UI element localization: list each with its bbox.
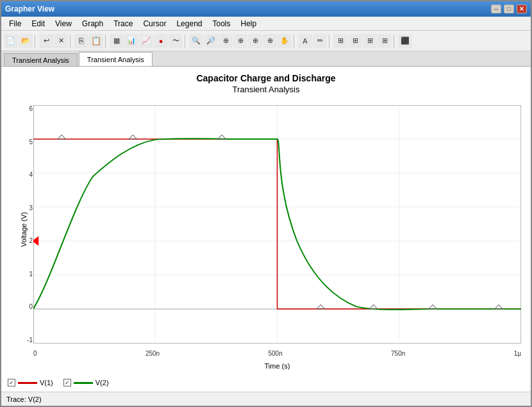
legend-v1-checkbox[interactable]: ✓	[8, 379, 15, 386]
tabs-bar: Transient Analysis Transient Analysis	[1, 51, 531, 67]
tb-export1[interactable]: ⊞	[333, 34, 347, 48]
status-bar: Trace: V(2)	[1, 392, 531, 406]
y-tick-4: 4	[29, 171, 33, 178]
tb-copy[interactable]: ⎘	[74, 34, 88, 48]
tab-1[interactable]: Transient Analysis	[4, 53, 78, 66]
legend-v2: ✓ V(2)	[63, 379, 109, 386]
status-text: Trace: V(2)	[6, 395, 42, 403]
y-tick-neg1: -1	[27, 336, 33, 344]
tb-zoom-fit[interactable]: ⊕	[219, 34, 233, 48]
y-axis-ticks: 6 5 4 3 2 1 0 -1	[10, 105, 33, 344]
minimize-button[interactable]: ─	[491, 4, 501, 13]
x-tick-750n: 750n	[391, 350, 405, 357]
y-tick-2: 2	[29, 237, 33, 244]
tb-export4[interactable]: ⊞	[378, 34, 392, 48]
x-tick-0: 0	[33, 350, 37, 357]
tb-sep3	[105, 35, 108, 47]
y-tick-0: 0	[29, 303, 33, 310]
tb-zoom-in[interactable]: 🔍	[189, 34, 203, 48]
menu-help[interactable]: Help	[236, 18, 262, 29]
close-button[interactable]: ✕	[517, 4, 527, 13]
y-tick-6: 6	[29, 105, 33, 112]
tb-export2[interactable]: ⊞	[348, 34, 362, 48]
legend-v2-line	[74, 382, 93, 384]
y-tick-3: 3	[29, 204, 33, 212]
tb-sep2	[70, 35, 72, 47]
tb-bar[interactable]: 📊	[124, 34, 138, 48]
tb-sep1	[35, 35, 37, 47]
tb-zoom2[interactable]: ⊕	[233, 34, 247, 48]
graph-area: Capacitor Charge and Discharge Transient…	[1, 67, 531, 392]
tb-export3[interactable]: ⊞	[363, 34, 377, 48]
tb-zoom-out[interactable]: 🔎	[204, 34, 218, 48]
tb-zoom3[interactable]: ⊕	[248, 34, 262, 48]
tb-zoom4[interactable]: ⊕	[263, 34, 277, 48]
legend-v2-checkbox[interactable]: ✓	[63, 379, 71, 386]
y-tick-5: 5	[29, 138, 33, 145]
tb-sep4	[185, 35, 187, 47]
x-axis-label: Time (s)	[33, 362, 521, 370]
tb-line[interactable]: 📈	[139, 34, 153, 48]
legend-area: ✓ V(1) ✓ V(2)	[8, 379, 109, 386]
tb-grid[interactable]: ▦	[110, 34, 124, 48]
main-window: Grapher View ─ □ ✕ File Edit View Graph …	[0, 0, 532, 407]
maximize-button[interactable]: □	[504, 4, 514, 13]
window-controls: ─ □ ✕	[491, 4, 527, 13]
menu-tools[interactable]: Tools	[207, 18, 235, 29]
menu-edit[interactable]: Edit	[26, 18, 50, 29]
plot-svg	[33, 105, 521, 344]
menu-bar: File Edit View Graph Trace Cursor Legend…	[1, 17, 531, 31]
x-tick-500n: 500n	[268, 350, 282, 357]
toolbar: 📄 📂 ↩ ✕ ⎘ 📋 ▦ 📊 📈 ● 〜 🔍 🔎 ⊕ ⊕ ⊕ ⊕ ✋ A ✏ …	[1, 31, 531, 51]
menu-trace[interactable]: Trace	[108, 18, 138, 29]
tb-open[interactable]: 📂	[19, 34, 33, 48]
tb-delete[interactable]: ✕	[54, 34, 68, 48]
tb-sep7	[394, 35, 396, 47]
legend-v1-label: V(1)	[40, 379, 53, 386]
menu-file[interactable]: File	[4, 18, 26, 29]
chart-subtitle: Transient Analysis	[1, 85, 531, 94]
tb-dot[interactable]: ●	[154, 34, 168, 48]
tb-paste[interactable]: 📋	[89, 34, 103, 48]
tb-text[interactable]: A	[298, 34, 312, 48]
tb-sep5	[294, 35, 296, 47]
tb-new[interactable]: 📄	[4, 34, 18, 48]
tb-sep6	[329, 35, 331, 47]
chart-title-area: Capacitor Charge and Discharge Transient…	[1, 73, 531, 94]
legend-v2-label: V(2)	[96, 379, 109, 386]
title-bar: Grapher View ─ □ ✕	[1, 1, 531, 17]
tb-pen[interactable]: ✏	[313, 34, 327, 48]
menu-cursor[interactable]: Cursor	[138, 18, 171, 29]
tab-2[interactable]: Transient Analysis	[79, 52, 153, 66]
tb-undo[interactable]: ↩	[39, 34, 53, 48]
x-tick-1u: 1µ	[514, 350, 521, 357]
tb-stop[interactable]: ⬛	[398, 34, 412, 48]
tb-wave[interactable]: 〜	[169, 34, 183, 48]
x-axis-ticks: 0 250n 500n 750n 1µ	[33, 348, 521, 358]
window-title: Grapher View	[5, 4, 54, 13]
x-tick-250n: 250n	[145, 350, 160, 357]
legend-v1-line	[18, 382, 37, 384]
chart-title: Capacitor Charge and Discharge	[1, 73, 531, 83]
y-tick-1: 1	[29, 270, 33, 278]
menu-legend[interactable]: Legend	[171, 18, 207, 29]
legend-v1: ✓ V(1)	[8, 379, 53, 386]
menu-view[interactable]: View	[50, 18, 77, 29]
menu-graph[interactable]: Graph	[77, 18, 108, 29]
tb-pan[interactable]: ✋	[278, 34, 292, 48]
